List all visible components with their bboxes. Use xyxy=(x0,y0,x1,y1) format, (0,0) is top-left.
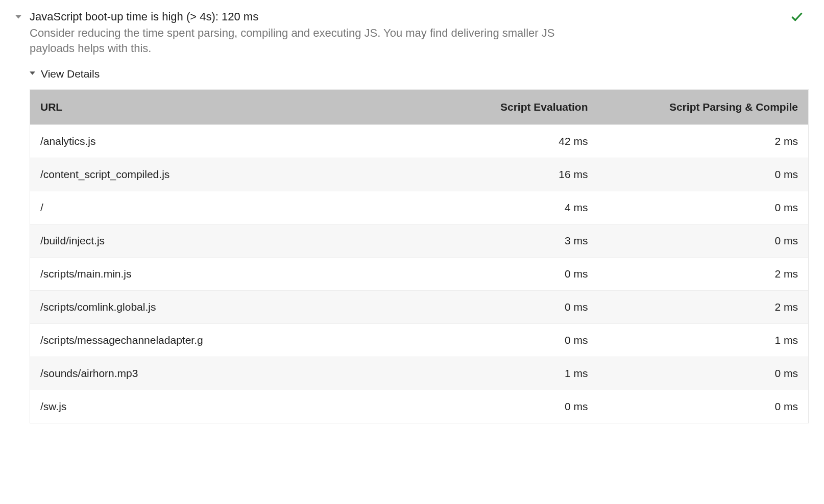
cell-evaluation: 1 ms xyxy=(404,357,598,390)
table-row: /4 ms0 ms xyxy=(30,191,808,224)
audit-details: View Details URL Script Evaluation Scrip… xyxy=(30,68,809,423)
details-label: View Details xyxy=(41,68,100,80)
table-row: /scripts/comlink.global.js0 ms2 ms xyxy=(30,291,808,324)
table-row: /scripts/main.min.js0 ms2 ms xyxy=(30,258,808,291)
table-row: /content_script_compiled.js16 ms0 ms xyxy=(30,158,808,191)
cell-evaluation: 3 ms xyxy=(404,224,598,258)
cell-parse: 0 ms xyxy=(598,191,808,224)
cell-parse: 0 ms xyxy=(598,357,808,390)
audit-content: JavaScript boot-up time is high (> 4s): … xyxy=(30,10,790,56)
cell-evaluation: 0 ms xyxy=(404,291,598,324)
audit-title: JavaScript boot-up time is high (> 4s): … xyxy=(30,10,790,23)
chevron-down-icon xyxy=(30,70,41,78)
table-row: /sounds/airhorn.mp31 ms0 ms xyxy=(30,357,808,390)
cell-parse: 2 ms xyxy=(598,125,808,158)
cell-url: /scripts/comlink.global.js xyxy=(30,291,404,324)
cell-evaluation: 0 ms xyxy=(404,390,598,423)
cell-evaluation: 42 ms xyxy=(404,125,598,158)
cell-url: / xyxy=(30,191,404,224)
cell-parse: 1 ms xyxy=(598,324,808,357)
cell-url: /sounds/airhorn.mp3 xyxy=(30,357,404,390)
cell-url: /sw.js xyxy=(30,390,404,423)
cell-url: /analytics.js xyxy=(30,125,404,158)
table-row: /build/inject.js3 ms0 ms xyxy=(30,224,808,258)
col-parse: Script Parsing & Compile xyxy=(598,90,808,125)
svg-marker-0 xyxy=(15,15,21,18)
cell-url: /content_script_compiled.js xyxy=(30,158,404,191)
table-row: /scripts/messagechanneladapter.g0 ms1 ms xyxy=(30,324,808,357)
audit-status xyxy=(790,10,809,23)
col-url: URL xyxy=(30,90,404,125)
cell-url: /scripts/main.min.js xyxy=(30,258,404,291)
cell-evaluation: 16 ms xyxy=(404,158,598,191)
cell-evaluation: 0 ms xyxy=(404,324,598,357)
cell-parse: 2 ms xyxy=(598,258,808,291)
cell-url: /scripts/messagechanneladapter.g xyxy=(30,324,404,357)
table-row: /sw.js0 ms0 ms xyxy=(30,390,808,423)
audit-expand-toggle[interactable] xyxy=(15,13,30,21)
details-expand-toggle[interactable]: View Details xyxy=(30,68,809,80)
cell-url: /build/inject.js xyxy=(30,224,404,258)
audit-header: JavaScript boot-up time is high (> 4s): … xyxy=(15,10,809,56)
col-evaluation: Script Evaluation xyxy=(404,90,598,125)
svg-marker-1 xyxy=(30,72,35,75)
cell-evaluation: 0 ms xyxy=(404,258,598,291)
details-table: URL Script Evaluation Script Parsing & C… xyxy=(30,89,809,423)
check-icon xyxy=(790,10,804,23)
cell-parse: 0 ms xyxy=(598,224,808,258)
cell-parse: 0 ms xyxy=(598,158,808,191)
table-header-row: URL Script Evaluation Script Parsing & C… xyxy=(30,90,808,125)
audit-description: Consider reducing the time spent parsing… xyxy=(30,26,566,56)
cell-parse: 0 ms xyxy=(598,390,808,423)
table-row: /analytics.js42 ms2 ms xyxy=(30,125,808,158)
cell-parse: 2 ms xyxy=(598,291,808,324)
cell-evaluation: 4 ms xyxy=(404,191,598,224)
chevron-down-icon xyxy=(15,14,21,20)
